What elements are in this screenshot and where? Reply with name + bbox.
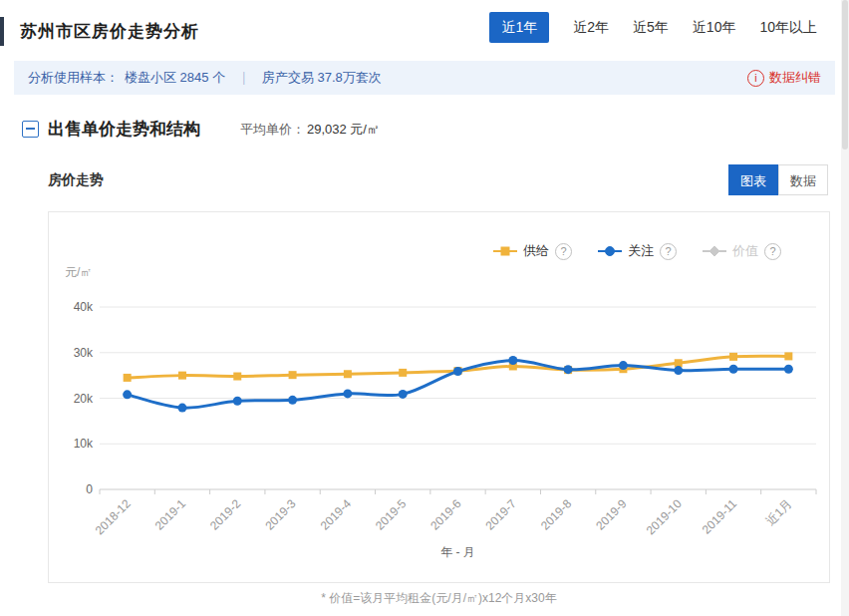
tab-10year[interactable]: 近10年 <box>693 19 736 37</box>
supply-data-point[interactable] <box>124 374 132 382</box>
legend-item-attention[interactable]: 关注 ? <box>598 242 677 260</box>
chart-view-button[interactable]: 图表 <box>728 164 778 195</box>
section-title: 出售单价走势和结构 <box>48 118 200 141</box>
sample-info-bar: 分析使用样本： 楼盘小区 2845 个 ｜ 房产交易 37.8万套次 i 数据纠… <box>14 61 835 95</box>
tab-over10year[interactable]: 10年以上 <box>759 19 817 37</box>
x-tick-label: 2019-5 <box>373 496 410 533</box>
data-error-label: 数据纠错 <box>769 69 821 87</box>
attention-data-point[interactable] <box>453 367 462 376</box>
supply-data-point[interactable] <box>399 369 407 377</box>
scrollbar[interactable] <box>841 0 849 616</box>
supply-data-point[interactable] <box>233 373 241 381</box>
chart-footnote: * 价值=该月平均租金(元/月/㎡)x12个月x30年 <box>48 590 830 607</box>
scrollbar-thumb[interactable] <box>842 0 848 150</box>
y-tick-label: 10k <box>74 437 94 451</box>
y-tick-label: 0 <box>86 482 93 496</box>
x-axis-title: 年 - 月 <box>440 545 475 559</box>
data-error-report-link[interactable]: i 数据纠错 <box>747 69 835 87</box>
sample-transactions: 房产交易 37.8万套次 <box>262 69 382 87</box>
attention-data-point[interactable] <box>399 390 408 399</box>
help-icon[interactable]: ? <box>660 243 677 260</box>
help-icon[interactable]: ? <box>764 243 781 260</box>
info-circle-icon: i <box>747 70 764 87</box>
view-toggle: 图表 数据 <box>728 164 828 195</box>
x-tick-label: 2019-10 <box>644 496 685 537</box>
supply-data-point[interactable] <box>344 370 352 378</box>
tab-2year[interactable]: 近2年 <box>573 19 609 37</box>
attention-data-point[interactable] <box>564 365 573 374</box>
legend-label: 供给 <box>523 242 549 260</box>
legend-item-value[interactable]: 价值 ? <box>703 242 781 260</box>
attention-data-point[interactable] <box>674 366 683 375</box>
page-title: 苏州市区房价走势分析 <box>20 20 199 43</box>
page-header: 苏州市区房价走势分析 近1年 近2年 近5年 近10年 10年以上 <box>0 0 849 55</box>
divider: ｜ <box>237 69 250 87</box>
attention-data-point[interactable] <box>729 365 738 374</box>
tab-1year[interactable]: 近1年 <box>489 12 549 43</box>
attention-data-point[interactable] <box>288 396 297 405</box>
chart-legend: 供给 ? 关注 ? 价值 ? <box>493 242 781 260</box>
section-header: 出售单价走势和结构 平均单价： 29,032 元/㎡ <box>22 118 380 141</box>
attention-data-point[interactable] <box>177 404 186 413</box>
value-diamond-marker-icon <box>703 246 726 256</box>
average-price-label: 平均单价： <box>240 121 305 139</box>
supply-data-point[interactable] <box>675 359 683 367</box>
x-tick-label: 2019-1 <box>152 496 189 533</box>
time-range-tabs: 近1年 近2年 近5年 近10年 10年以上 <box>489 12 817 43</box>
supply-data-point[interactable] <box>729 353 737 361</box>
attention-data-point[interactable] <box>508 356 517 365</box>
supply-data-point[interactable] <box>784 352 792 360</box>
tab-5year[interactable]: 近5年 <box>633 19 669 37</box>
x-tick-label: 2019-2 <box>207 496 244 533</box>
price-trend-chart: 40k30k20k10k02018-122019-12019-22019-320… <box>49 212 829 582</box>
help-icon[interactable]: ? <box>555 243 572 260</box>
x-tick-label: 2019-6 <box>427 496 464 533</box>
legend-label: 关注 <box>628 242 654 260</box>
sample-communities: 楼盘小区 2845 个 <box>125 69 225 87</box>
legend-item-supply[interactable]: 供给 ? <box>493 242 572 260</box>
sample-info-text: 分析使用样本： 楼盘小区 2845 个 ｜ 房产交易 37.8万套次 <box>14 69 382 87</box>
supply-data-point[interactable] <box>178 372 186 380</box>
minus-glyph <box>26 128 35 130</box>
x-tick-label: 近1月 <box>763 496 795 528</box>
y-tick-label: 20k <box>74 392 94 406</box>
x-tick-label: 2019-8 <box>538 496 575 533</box>
title-accent-bar <box>0 17 4 46</box>
x-tick-label: 2019-9 <box>593 496 630 533</box>
sample-label: 分析使用样本： <box>28 69 119 87</box>
x-tick-label: 2019-3 <box>262 496 299 533</box>
attention-data-point[interactable] <box>343 389 352 398</box>
attention-data-point[interactable] <box>784 365 793 374</box>
supply-square-marker-icon <box>493 246 517 256</box>
x-tick-label: 2019-7 <box>483 496 520 533</box>
y-tick-label: 30k <box>74 346 94 360</box>
average-price-value: 29,032 元/㎡ <box>307 121 380 139</box>
chart-card: 40k30k20k10k02018-122019-12019-22019-320… <box>48 211 830 583</box>
attention-data-point[interactable] <box>619 361 628 370</box>
chart-title: 房价走势 <box>48 171 104 189</box>
collapse-icon[interactable] <box>22 121 39 138</box>
attention-circle-marker-icon <box>598 246 622 256</box>
data-view-button[interactable]: 数据 <box>778 164 828 195</box>
attention-data-point[interactable] <box>233 397 242 406</box>
x-tick-label: 2019-4 <box>318 496 355 533</box>
y-tick-label: 40k <box>74 300 94 314</box>
y-axis-unit: 元/㎡ <box>65 264 92 281</box>
attention-data-point[interactable] <box>123 390 132 399</box>
x-tick-label: 2018-12 <box>93 496 134 537</box>
legend-label: 价值 <box>732 242 758 260</box>
x-tick-label: 2019-11 <box>700 496 740 537</box>
supply-data-point[interactable] <box>289 371 297 379</box>
